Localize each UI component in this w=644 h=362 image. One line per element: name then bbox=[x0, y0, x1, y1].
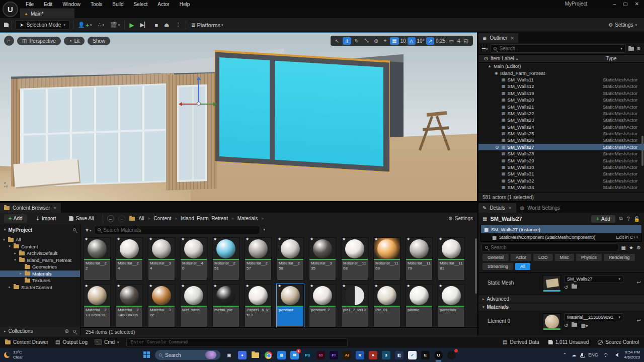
outliner-row-sm_walls20[interactable]: ▦SM_Walls20StaticMeshActor bbox=[478, 97, 644, 103]
outliner-row-sm_walls24[interactable]: ▦SM_Walls24StaticMeshActor bbox=[478, 124, 644, 130]
content-drawer-button[interactable]: Content Drawer bbox=[5, 339, 48, 345]
volume-icon[interactable] bbox=[613, 353, 618, 357]
lock-icon[interactable]: 🔓 bbox=[634, 216, 640, 222]
visibility-toggle[interactable]: ⊙ bbox=[493, 144, 502, 150]
tray-expand-icon[interactable]: ⌃ bbox=[563, 352, 567, 357]
asset-tile-pic_01[interactable]: ★Pic_01 bbox=[373, 284, 400, 327]
outliner-row-sm_walls26[interactable]: ▦SM_Walls26StaticMeshActor bbox=[478, 137, 644, 143]
material-options-icon[interactable]: ▩▾ bbox=[581, 323, 588, 328]
outliner-row-level[interactable]: ◉Island_Farm_Retreat bbox=[478, 69, 644, 76]
forward-button[interactable]: → bbox=[118, 215, 125, 222]
taskbar-app-obs[interactable] bbox=[447, 351, 456, 359]
breadcrumb-content[interactable]: Content bbox=[153, 216, 171, 221]
back-button[interactable]: ← bbox=[107, 215, 114, 222]
close-icon[interactable]: ✕ bbox=[508, 206, 512, 211]
sources-header[interactable]: ▾ MyProject bbox=[0, 224, 80, 235]
filter-icon[interactable]: ☰▾ bbox=[481, 46, 488, 51]
folder-tree-item-materials[interactable]: ▸Materials bbox=[0, 270, 80, 278]
category-chip-general[interactable]: General bbox=[482, 254, 509, 261]
outliner-search[interactable]: ▾ bbox=[490, 44, 626, 53]
outliner-row-sm_walls28[interactable]: ▦SM_Walls28StaticMeshActor bbox=[478, 150, 644, 157]
outliner-row-sm_walls25[interactable]: ▦SM_Walls25StaticMeshActor bbox=[478, 130, 644, 137]
scale-snap-toggle[interactable]: ↗ bbox=[426, 37, 434, 45]
display-options-icon[interactable]: ▦ bbox=[621, 245, 626, 250]
menu-item-window[interactable]: Window bbox=[58, 1, 85, 8]
breadcrumb-island_farm_retreat[interactable]: Island_Farm_Retreat bbox=[181, 216, 228, 221]
taskbar-app-file-explorer[interactable] bbox=[251, 351, 260, 359]
outliner-row-sm_walls11[interactable]: ▦SM_Walls11StaticMeshActor bbox=[478, 76, 644, 83]
outliner-row-sm_walls19[interactable]: ▦SM_Walls19StaticMeshActor bbox=[478, 90, 644, 97]
maximize-button[interactable]: ▢ bbox=[623, 1, 627, 7]
asset-tile-material__1179[interactable]: ★Material__1179 bbox=[406, 237, 433, 281]
viewport-options-menu[interactable]: ≡ bbox=[4, 36, 14, 46]
folder-tree-item-archvisdefault[interactable]: ▸ArchvisDefault bbox=[0, 250, 80, 257]
reset-icon[interactable]: ↩ bbox=[637, 318, 641, 323]
asset-tile-material__335[interactable]: ★Material__335 bbox=[309, 237, 336, 281]
search-icon[interactable] bbox=[73, 228, 76, 231]
advanced-section[interactable]: ▸ Advanced bbox=[478, 295, 644, 303]
asset-search-input[interactable] bbox=[103, 227, 257, 233]
outliner-search-input[interactable] bbox=[499, 46, 618, 51]
taskbar-app-indesign[interactable]: Id bbox=[316, 351, 325, 359]
asset-tile-material__1181[interactable]: ★Material__1181 bbox=[438, 237, 465, 281]
unsaved-button[interactable]: 1,011 Unsaved bbox=[548, 339, 589, 345]
asset-tile-material__258[interactable]: ★Material__258 bbox=[277, 237, 304, 281]
asset-tile-material__1168[interactable]: ★Material__1168 bbox=[341, 237, 368, 281]
skip-button[interactable]: ▶▏ bbox=[139, 21, 150, 29]
category-chip-physics[interactable]: Physics bbox=[576, 254, 602, 261]
maximize-viewport-button[interactable]: ◱ bbox=[462, 37, 470, 45]
outliner-row-sm_walls34[interactable]: ▦SM_Walls34StaticMeshActor bbox=[478, 184, 644, 191]
taskbar-app-revit[interactable]: R bbox=[356, 351, 364, 359]
content-browser-settings[interactable]: ⚙ Settings bbox=[448, 216, 473, 221]
taskbar-app-illustrator[interactable]: Ai bbox=[343, 351, 351, 359]
static-mesh-thumbnail[interactable] bbox=[543, 275, 561, 292]
menu-item-actor[interactable]: Actor bbox=[153, 1, 174, 8]
breadcrumb-materials[interactable]: Materials bbox=[237, 216, 258, 221]
tree-expander[interactable]: ▸ bbox=[8, 285, 12, 289]
move-tool[interactable]: ✛ bbox=[343, 37, 351, 45]
taskbar-app-chrome[interactable] bbox=[264, 351, 273, 359]
world-space-toggle[interactable]: ⊕ bbox=[372, 37, 380, 45]
taskbar-app-mail[interactable]: ✉1 bbox=[290, 351, 299, 359]
tree-expander[interactable]: ▸ bbox=[13, 251, 17, 255]
close-button[interactable]: ✕ bbox=[635, 1, 639, 7]
minimize-button[interactable]: – bbox=[613, 1, 616, 7]
outliner-row-sm_walls21[interactable]: ▦SM_Walls21StaticMeshActor bbox=[478, 103, 644, 110]
search-icon[interactable] bbox=[73, 330, 76, 333]
taskbar-app-dark-app[interactable]: ◧ bbox=[395, 351, 404, 359]
asset-tile-porcelain[interactable]: ★porcelain bbox=[438, 284, 465, 327]
collections-bar[interactable]: ▸ Collections ⊕ bbox=[0, 326, 80, 336]
component-row-instance[interactable]: ▦ SM_Walls27 (Instance) bbox=[481, 225, 641, 233]
lit-dropdown[interactable]: ◔Lit bbox=[64, 37, 85, 45]
outliner-row-sm_walls32[interactable]: ▦SM_Walls32StaticMeshActor bbox=[478, 177, 644, 184]
column-type[interactable]: Type bbox=[606, 56, 617, 61]
category-chip-all[interactable]: All bbox=[515, 263, 530, 270]
taskbar-search[interactable]: Search bbox=[155, 350, 220, 360]
outliner-row-sm_walls12[interactable]: ▦SM_Walls12StaticMeshActor bbox=[478, 83, 644, 89]
tree-expander[interactable]: ▾ bbox=[2, 238, 6, 242]
add-component-button[interactable]: +Add bbox=[591, 215, 615, 223]
asset-tile-metall_pic[interactable]: ★metall_pic bbox=[212, 284, 239, 327]
outliner-row-sm_walls23[interactable]: ▦SM_Walls23StaticMeshActor bbox=[478, 117, 644, 123]
taskbar-app-premiere[interactable]: Pr bbox=[330, 351, 338, 359]
asset-tile-material__2131059091[interactable]: ★Material__2131059091 bbox=[84, 284, 111, 327]
outliner-row-sm_walls31[interactable]: ▦SM_Walls31StaticMeshActor bbox=[478, 170, 644, 177]
asset-tile-material__40[interactable]: ★Material__40 bbox=[180, 237, 207, 281]
show-dropdown[interactable]: Show bbox=[88, 37, 110, 45]
outliner-row-sm_walls29[interactable]: ▦SM_Walls29StaticMeshActor bbox=[478, 157, 644, 163]
asset-tile-met_satin[interactable]: ★Met_satin bbox=[180, 284, 207, 327]
asset-grid-scrollbar[interactable] bbox=[475, 238, 477, 294]
stop-button[interactable]: ■ bbox=[153, 21, 159, 29]
asset-tile-material__1169[interactable]: ★Material__1169 bbox=[373, 237, 400, 281]
outliner-row-sm_walls27[interactable]: ⊙▦SM_Walls27StaticMeshActor bbox=[478, 144, 644, 150]
import-button[interactable]: ↧Import bbox=[31, 214, 61, 223]
folder-tree-item-island_farm_retreat[interactable]: ▾Island_Farm_Retreat bbox=[0, 257, 80, 264]
outliner-row-sm_walls22[interactable]: ▦SM_Walls22StaticMeshActor bbox=[478, 110, 644, 117]
details-settings-icon[interactable]: ⚙ bbox=[636, 245, 641, 250]
category-chip-lod[interactable]: LOD bbox=[533, 254, 553, 261]
close-icon[interactable]: ✕ bbox=[510, 36, 514, 41]
taskbar-app-unreal-editor[interactable]: U bbox=[434, 351, 443, 359]
viewport-3d[interactable]: ≡ ◫Perspective ◔Lit Show ↖ ✛ ↻ ⤡ ⊕ ⌖ ▦ 1… bbox=[0, 32, 477, 201]
details-search-input[interactable] bbox=[491, 245, 615, 250]
asset-tile-material__257[interactable]: ★Material__257 bbox=[245, 237, 272, 281]
